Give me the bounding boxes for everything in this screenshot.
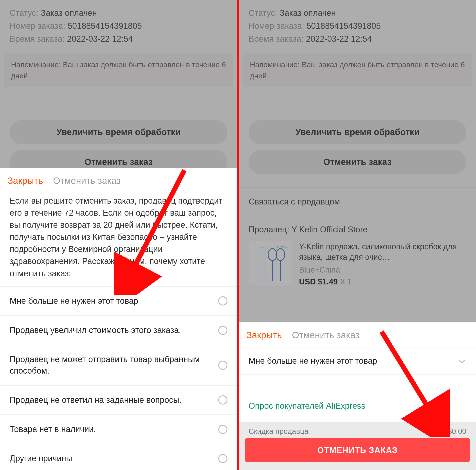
discount-value: USD $0.00 <box>430 427 466 435</box>
sheet-intro-text: Если вы решите отменить заказ, продавец … <box>0 193 237 286</box>
radio-icon <box>218 395 227 404</box>
image-divider <box>237 0 239 470</box>
reason-option[interactable]: Другие причины <box>0 444 237 470</box>
chevron-down-icon <box>458 357 466 366</box>
radio-icon <box>218 326 227 335</box>
reason-option[interactable]: Продавец не может отправить товар выбран… <box>0 345 237 385</box>
phone-right: Статус: Заказ оплачен Номер заказа: 5018… <box>239 0 476 470</box>
sheet-close-button[interactable]: Закрыть <box>246 330 282 340</box>
selected-reason-text: Мне больше не нужен этот товар <box>249 356 377 366</box>
cancel-reason-sheet: Закрыть Отменить заказ Если вы решите от… <box>0 168 237 470</box>
reason-option[interactable]: Продавец увеличил стоимость этого заказа… <box>0 315 237 345</box>
reason-option-label: Продавец увеличил стоимость этого заказа… <box>10 325 212 336</box>
sheet-title: Отменить заказ <box>53 175 121 186</box>
reason-option[interactable]: Товара нет в наличии. <box>0 415 237 444</box>
radio-icon <box>218 361 227 370</box>
sheet-close-button[interactable]: Закрыть <box>7 175 43 186</box>
reason-option[interactable]: Продавец не ответил на заданные вопросы. <box>0 385 237 415</box>
confirm-zone: Скидка продавца USD $0.00 ОТМЕНИТЬ ЗАКАЗ <box>239 422 476 470</box>
radio-icon <box>218 296 227 306</box>
phone-left: Статус: Заказ оплачен Номер заказа: 5018… <box>0 0 237 470</box>
sheet-title: Отменить заказ <box>292 330 360 340</box>
sheet-header: Закрыть Отменить заказ <box>239 322 476 347</box>
cancel-confirm-sheet: Закрыть Отменить заказ Мне больше не нуж… <box>239 322 476 470</box>
radio-icon <box>218 425 227 434</box>
reason-option-list: Мне больше не нужен этот товар Продавец … <box>0 286 237 470</box>
sheet-header: Закрыть Отменить заказ <box>0 168 237 193</box>
discount-label: Скидка продавца <box>249 427 308 435</box>
radio-icon <box>218 454 227 463</box>
reason-option-label: Продавец не ответил на заданные вопросы. <box>10 394 212 406</box>
reason-option-label: Другие причины <box>10 453 212 464</box>
reason-option[interactable]: Мне больше не нужен этот товар <box>0 286 237 315</box>
discount-row: Скидка продавца USD $0.00 <box>245 426 470 438</box>
survey-link[interactable]: Опрос покупателей AliExpress <box>239 375 476 422</box>
confirm-cancel-button[interactable]: ОТМЕНИТЬ ЗАКАЗ <box>245 438 470 462</box>
reason-option-label: Товара нет в наличии. <box>10 424 212 435</box>
selected-reason-dropdown[interactable]: Мне больше не нужен этот товар <box>239 347 476 375</box>
reason-option-label: Мне больше не нужен этот товар <box>10 296 212 307</box>
reason-option-label: Продавец не может отправить товар выбран… <box>10 354 212 376</box>
